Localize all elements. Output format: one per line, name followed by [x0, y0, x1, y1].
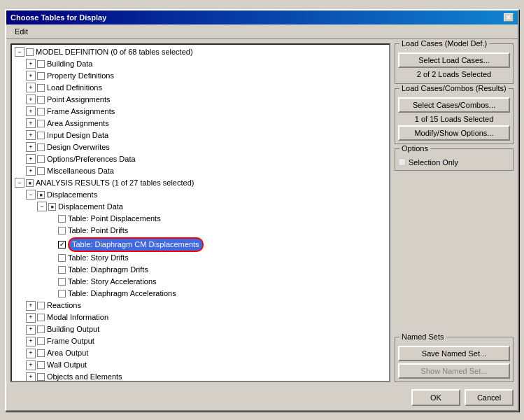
area-assign-row[interactable]: + Area Assignments	[24, 118, 388, 130]
input-design-check[interactable]	[37, 132, 45, 139]
point-assign-expand[interactable]: +	[26, 94, 36, 104]
displacement-data-check[interactable]	[48, 203, 56, 211]
input-design-expand[interactable]: +	[26, 130, 36, 140]
objects-elements-check[interactable]	[37, 373, 45, 381]
point-disp-check[interactable]	[58, 215, 66, 223]
frame-output-check[interactable]	[37, 337, 45, 345]
modal-info-row[interactable]: + Modal Information	[24, 312, 388, 323]
design-overwrite-check[interactable]	[37, 144, 45, 151]
modal-info-check[interactable]	[37, 314, 45, 321]
building-data-check[interactable]	[37, 60, 45, 68]
load-def-node: + Load Definitions	[24, 82, 388, 94]
objects-elements-expand[interactable]: +	[26, 372, 36, 382]
area-assign-check[interactable]	[37, 120, 45, 127]
reactions-row[interactable]: + Reactions	[24, 300, 388, 312]
input-design-row[interactable]: + Input Design Data	[24, 130, 388, 141]
design-overwrite-expand[interactable]: +	[26, 142, 36, 152]
story-drifts-row[interactable]: Table: Story Drifts	[47, 252, 388, 264]
point-drifts-row[interactable]: Table: Point Drifts	[47, 225, 388, 237]
area-output-check[interactable]	[37, 349, 45, 357]
select-load-cases-button[interactable]: Select Load Cases...	[398, 52, 510, 68]
analysis-results-check[interactable]	[26, 179, 34, 187]
load-combos-group: Load Cases/Combos (Results) Select Cases…	[395, 88, 514, 144]
wall-output-check[interactable]	[37, 361, 45, 369]
displacements-expand[interactable]: −	[26, 190, 36, 200]
misc-data-expand[interactable]: +	[26, 166, 36, 176]
diaphragm-accel-row[interactable]: Table: Diaphragm Accelerations	[47, 288, 388, 300]
point-drifts-check[interactable]	[58, 227, 66, 234]
area-assign-node: + Area Assignments	[24, 118, 388, 130]
area-output-expand[interactable]: +	[26, 349, 36, 358]
model-def-row[interactable]: − MODEL DEFINITION (0 of 68 tables selec…	[13, 46, 388, 58]
frame-assign-label: Frame Assignments	[47, 106, 115, 118]
objects-elements-row[interactable]: + Objects and Elements	[24, 371, 388, 382]
displacement-data-row[interactable]: − Displacement Data	[36, 201, 388, 213]
modal-info-node: + Modal Information	[24, 312, 388, 323]
point-disp-row[interactable]: Table: Point Displacements	[47, 213, 388, 225]
diaphragm-cm-row[interactable]: Table: Diaphragm CM Displacements	[47, 237, 205, 252]
options-pref-row[interactable]: + Options/Preferences Data	[24, 153, 388, 165]
analysis-results-row[interactable]: − ANALYSIS RESULTS (1 of 27 tables selec…	[13, 177, 388, 189]
cancel-button[interactable]: Cancel	[465, 389, 514, 406]
building-output-row[interactable]: + Building Output	[24, 323, 388, 335]
analysis-results-expand[interactable]: −	[15, 178, 24, 188]
displacements-node: − Displacements − Displacement Data	[24, 189, 388, 300]
area-assign-expand[interactable]: +	[26, 118, 36, 128]
options-pref-check[interactable]	[37, 155, 45, 163]
diaphragm-drifts-row[interactable]: Table: Diaphragm Drifts	[47, 264, 388, 276]
frame-output-row[interactable]: + Frame Output	[24, 335, 388, 347]
design-overwrite-row[interactable]: + Design Overwrites	[24, 141, 388, 153]
load-def-check[interactable]	[37, 84, 45, 92]
options-pref-expand[interactable]: +	[26, 154, 36, 164]
reactions-check[interactable]	[37, 302, 45, 309]
property-def-check[interactable]	[37, 72, 45, 80]
misc-data-check[interactable]	[37, 167, 45, 175]
save-named-set-button[interactable]: Save Named Set...	[398, 346, 510, 361]
wall-output-expand[interactable]: +	[26, 360, 36, 370]
wall-output-row[interactable]: + Wall Output	[24, 359, 388, 371]
model-def-check[interactable]	[26, 48, 34, 56]
reactions-label: Reactions	[47, 300, 81, 312]
close-button[interactable]: ✕	[504, 13, 514, 22]
select-cases-button[interactable]: Select Cases/Combos...	[398, 97, 510, 113]
building-output-expand[interactable]: +	[26, 325, 36, 335]
show-named-set-button[interactable]: Show Named Set...	[398, 363, 510, 379]
design-overwrite-label: Design Overwrites	[47, 141, 110, 153]
displacements-row[interactable]: − Displacements	[24, 189, 388, 201]
frame-assign-expand[interactable]: +	[26, 106, 36, 116]
point-assign-label: Point Assignments	[47, 94, 111, 106]
tree-panel[interactable]: − MODEL DEFINITION (0 of 68 tables selec…	[10, 43, 390, 382]
selection-only-checkbox[interactable]	[398, 158, 406, 166]
area-output-row[interactable]: + Area Output	[24, 347, 388, 359]
story-drifts-node: Table: Story Drifts	[47, 252, 388, 264]
diaphragm-cm-check[interactable]	[58, 241, 66, 248]
frame-output-expand[interactable]: +	[26, 337, 36, 346]
property-def-expand[interactable]: +	[26, 71, 36, 80]
menu-edit[interactable]: Edit	[9, 26, 34, 37]
model-def-expand-icon[interactable]: −	[15, 47, 24, 57]
load-def-expand[interactable]: +	[26, 83, 36, 92]
displacements-check[interactable]	[37, 191, 45, 199]
building-data-row[interactable]: + Building Data	[24, 58, 388, 70]
story-accel-check[interactable]	[58, 278, 66, 286]
story-drifts-check[interactable]	[58, 254, 66, 262]
building-data-expand[interactable]: +	[26, 59, 36, 69]
point-assign-row[interactable]: + Point Assignments	[24, 94, 388, 106]
property-def-node: + Property Definitions	[24, 70, 388, 82]
diaphragm-drifts-check[interactable]	[58, 266, 66, 274]
diaphragm-accel-check[interactable]	[58, 290, 66, 298]
point-assign-check[interactable]	[37, 96, 45, 104]
modify-show-button[interactable]: Modify/Show Options...	[398, 125, 510, 141]
frame-assign-check[interactable]	[37, 108, 45, 115]
displacement-data-expand[interactable]: −	[37, 202, 47, 211]
modal-info-expand[interactable]: +	[26, 313, 36, 323]
misc-data-row[interactable]: + Miscellaneous Data	[24, 165, 388, 177]
story-accel-row[interactable]: Table: Story Accelerations	[47, 276, 388, 288]
frame-assign-row[interactable]: + Frame Assignments	[24, 106, 388, 118]
building-output-check[interactable]	[37, 326, 45, 333]
reactions-expand[interactable]: +	[26, 301, 36, 311]
property-def-row[interactable]: + Property Definitions	[24, 70, 388, 82]
load-def-row[interactable]: + Load Definitions	[24, 82, 388, 94]
wall-output-label: Wall Output	[47, 359, 87, 371]
ok-button[interactable]: OK	[411, 389, 460, 406]
